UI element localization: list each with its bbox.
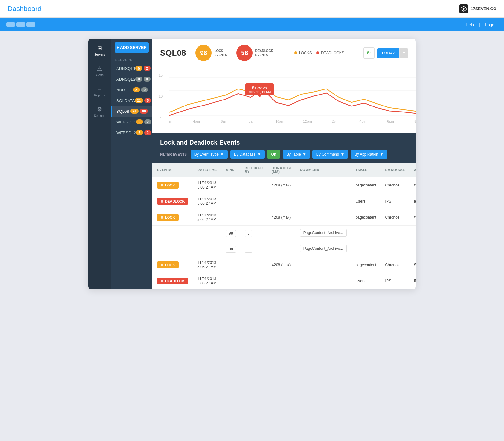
cell-command: PageContent_Archive... xyxy=(295,226,351,241)
filter-database-btn[interactable]: By Database ▼ xyxy=(230,150,265,159)
sidebar-icon-col: ⊞ Servers ⚠ Alerts ≡ Reports ⚙ Settings xyxy=(88,39,111,289)
cell-event: LOCK xyxy=(152,209,193,226)
cell-blocked-by xyxy=(240,209,267,226)
filter-table-caret: ▼ xyxy=(302,152,306,157)
filter-database-caret: ▼ xyxy=(257,152,261,157)
add-server-button[interactable]: + ADD SERVER xyxy=(115,42,149,53)
cell-table xyxy=(351,241,381,257)
deadlock-label: DEADLOCKEVENTS xyxy=(255,49,273,57)
filter-application-btn[interactable]: By Application ▼ xyxy=(351,150,387,159)
filter-event-type-caret: ▼ xyxy=(220,152,224,157)
events-table-wrap: EVENTS DATE/TIME SPID BLOCKED BY DURATIO… xyxy=(152,163,416,289)
cell-datetime xyxy=(193,226,221,241)
badge-lock-sqldata: 22 xyxy=(135,98,143,103)
logo-text: 17SEVEN.CO xyxy=(471,6,496,11)
badge-lock-websql1: 9 xyxy=(136,119,143,124)
events-section: Lock and Deadlock Events FILTER EVENTS B… xyxy=(152,133,416,163)
event-badge-deadlock: DEADLOCK xyxy=(157,278,188,284)
cell-command xyxy=(295,273,351,289)
filter-event-type-btn[interactable]: By Event Type ▼ xyxy=(191,150,228,159)
server-item-websql2[interactable]: WEBSQL2 5 2 xyxy=(111,127,152,138)
filter-on-btn[interactable]: On xyxy=(267,150,280,159)
chart-y-axis: 15 10 5 xyxy=(159,73,163,119)
cell-command: PageContent_Archive... xyxy=(295,241,351,257)
server-badges-websql2: 5 2 xyxy=(136,130,151,135)
content-panel: SQL08 96 LOCKEVENTS 56 DEADLOCKEVENTS xyxy=(152,39,416,289)
today-button[interactable]: TODAY xyxy=(377,48,400,58)
legend-deadlocks: DEADLOCKS xyxy=(316,51,344,55)
col-table: TABLE xyxy=(351,163,381,177)
server-badges-sql08: 98 66 xyxy=(130,109,148,114)
server-item-adnsql1[interactable]: ADNSQL1 5 2 xyxy=(111,63,152,74)
server-item-nbd[interactable]: NBD 8 0 xyxy=(111,84,152,95)
alerts-icon: ⚠ xyxy=(97,65,102,72)
cell-database xyxy=(381,226,410,241)
table-header: EVENTS DATE/TIME SPID BLOCKED BY DURATIO… xyxy=(152,163,416,177)
svg-text:2pm: 2pm xyxy=(332,119,338,123)
command-value: PageContent_Archive... xyxy=(300,229,347,237)
server-name-adnsql1: ADNSQL1 xyxy=(116,66,135,71)
lock-count: 96 xyxy=(200,49,207,57)
event-badge-deadlock: DEADLOCK xyxy=(157,198,188,205)
server-item-websql1[interactable]: WEBSQL1 9 2 xyxy=(111,117,152,127)
table-row: DEADLOCK 11/01/2013 5:05:27 AM Users IPS… xyxy=(152,273,416,289)
filter-events-label: FILTER EVENTS xyxy=(160,152,187,156)
cell-application: IPS Reports xyxy=(410,193,416,209)
cell-application: WebCRM xyxy=(410,177,416,193)
filter-bar: FILTER EVENTS By Event Type ▼ By Databas… xyxy=(160,150,408,159)
refresh-button[interactable]: ↻ xyxy=(363,47,375,59)
reports-label: Reports xyxy=(94,94,105,97)
col-database: DATABASE xyxy=(381,163,410,177)
filter-command-caret: ▼ xyxy=(341,152,344,157)
today-caret-button[interactable]: ▼ xyxy=(399,48,408,58)
table-row: DEADLOCK 11/01/2013 5:05:27 AM Users IPS… xyxy=(152,193,416,209)
cell-datetime: 11/01/2013 5:05:27 AM xyxy=(193,177,221,193)
svg-text:10am: 10am xyxy=(275,119,284,123)
sidebar-nav-servers[interactable]: ⊞ Servers xyxy=(88,40,111,61)
sidebar-nav-reports[interactable]: ≡ Reports xyxy=(88,81,111,101)
main-card: ⊞ Servers ⚠ Alerts ≡ Reports ⚙ Settings xyxy=(88,39,416,289)
blocked-by-value: 0 xyxy=(245,246,253,253)
deadlock-count: 56 xyxy=(241,49,248,57)
tooltip-count: 8 LOCKS xyxy=(249,85,271,90)
settings-label: Settings xyxy=(94,114,105,117)
cell-duration: 4208 (max) xyxy=(267,209,295,226)
filter-application-caret: ▼ xyxy=(380,152,384,157)
svg-text:8am: 8am xyxy=(249,119,255,123)
logo-icon xyxy=(459,4,468,13)
col-application: APPLICATION xyxy=(410,163,416,177)
badge-deadlock-nbd: 0 xyxy=(141,87,148,92)
cell-application xyxy=(410,226,416,241)
logout-link[interactable]: Logout xyxy=(485,22,498,27)
cell-spid: 98 xyxy=(221,241,240,257)
cell-spid xyxy=(221,209,240,226)
help-link[interactable]: Help xyxy=(466,22,474,27)
selected-server-name: SQL08 xyxy=(160,48,186,58)
server-item-adnsql2[interactable]: ADNSQL2 0 0 xyxy=(111,74,152,84)
nav-bar-right: Help | Logout xyxy=(466,22,498,27)
svg-text:2am: 2am xyxy=(169,119,172,123)
badge-deadlock-sqldata: 5 xyxy=(144,98,151,103)
cell-command xyxy=(295,177,351,193)
cell-database: Chronos xyxy=(381,177,410,193)
table-header-row: EVENTS DATE/TIME SPID BLOCKED BY DURATIO… xyxy=(152,163,416,177)
server-name-sqldata: SQLDATA xyxy=(116,98,135,103)
server-badges-adnsql2: 0 0 xyxy=(135,77,151,82)
cell-application: WebCRM xyxy=(410,209,416,226)
cell-database: IPS xyxy=(381,193,410,209)
filter-database-label: By Database xyxy=(234,152,256,157)
filter-command-btn[interactable]: By Command ▼ xyxy=(312,150,348,159)
filter-table-btn[interactable]: By Table ▼ xyxy=(283,150,310,159)
server-item-sqldata[interactable]: SQLDATA 22 5 xyxy=(111,95,152,106)
cell-command xyxy=(295,257,351,273)
cell-duration: 4208 (max) xyxy=(267,257,295,273)
cell-table: Users xyxy=(351,273,381,289)
cell-table: pagecontent xyxy=(351,257,381,273)
server-item-sql08[interactable]: SQL08 98 66 xyxy=(111,106,152,117)
tooltip-date: NOV 11, 11 AM xyxy=(249,90,271,94)
server-badges-adnsql1: 5 2 xyxy=(135,66,151,71)
sidebar-nav-alerts[interactable]: ⚠ Alerts xyxy=(88,61,111,81)
sidebar-nav-settings[interactable]: ⚙ Settings xyxy=(88,101,111,122)
lock-dot xyxy=(161,184,163,186)
col-spid: SPID xyxy=(221,163,240,177)
